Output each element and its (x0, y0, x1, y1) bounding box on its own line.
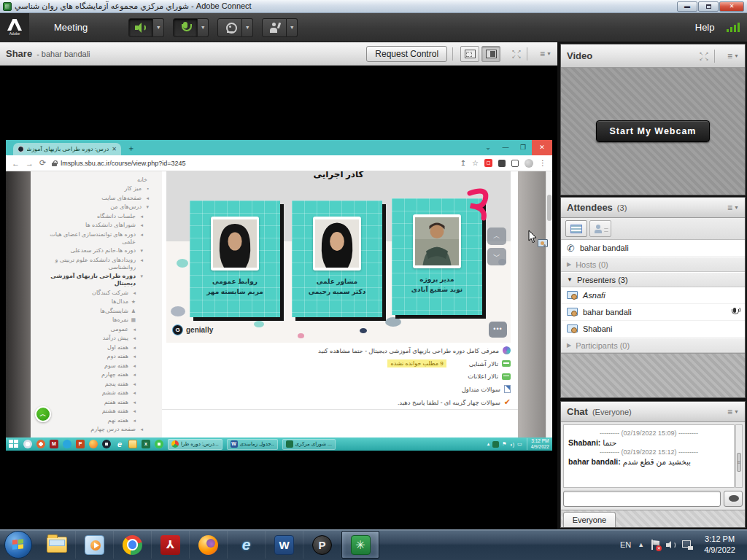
sidebar-item[interactable]: ◂ شوراهای دانشکده ها (35, 222, 155, 229)
meeting-menu[interactable]: Meeting (54, 22, 88, 33)
tab-close-icon[interactable]: ✕ (112, 146, 117, 152)
obs-icon[interactable] (102, 440, 111, 448)
sidebar-item[interactable]: ◂ هفته سوم (35, 362, 155, 370)
sidebar-item[interactable]: ◂ دوره های توانمندسازی اعضای هیات علمی (35, 231, 155, 246)
hidden-icons-arrow[interactable]: ▲ (638, 541, 644, 548)
chat-scrollbar-thumb[interactable]: ≡ (737, 453, 741, 472)
taskbar-firefox-button[interactable] (190, 531, 228, 559)
attendee-row[interactable]: bahar bandali (561, 304, 745, 321)
chat-input[interactable] (563, 491, 721, 507)
attendee-row[interactable]: Shabani (561, 321, 745, 338)
chat-scrollbar[interactable]: ≡ (735, 424, 743, 488)
taskbar-connect-button[interactable]: ✳ (341, 531, 379, 559)
hidden-icons-arrow[interactable]: ▴ (487, 441, 490, 447)
snipping-tool-icon[interactable] (23, 440, 32, 448)
activity-faq-page[interactable]: سوالات متداول (162, 385, 511, 393)
forward-icon[interactable]: → (26, 159, 34, 168)
share-layout-full-button[interactable] (481, 46, 500, 62)
microphone-button[interactable] (173, 18, 198, 37)
profile-avatar-icon[interactable] (525, 159, 533, 168)
opera-icon[interactable] (36, 440, 45, 448)
sidebar-item[interactable]: ◂ هفته چهارم (35, 371, 155, 378)
taskbar-window-connect[interactable]: ... شورای مرکزی (282, 439, 336, 450)
network-icon[interactable] (682, 540, 693, 550)
status-dropdown[interactable]: ▼ (287, 18, 298, 37)
taskbar-window-chrome[interactable]: ...درس: دوره طرا (168, 439, 222, 450)
start-webcam-button[interactable]: Start My Webcam (596, 120, 711, 142)
activity-forum-intro[interactable]: تالار آشنایی 9 مطلب خوانده نشده (162, 359, 511, 368)
url-box[interactable]: lmsplus.sbu.ac.ir/course/view.php?id=324… (52, 160, 454, 167)
new-tab-button[interactable]: ＋ (127, 143, 135, 155)
excel-icon[interactable]: x (142, 440, 150, 448)
sidebar-item[interactable]: ◂ هفته اول (35, 344, 155, 351)
taskbar-media-player-button[interactable] (76, 531, 114, 559)
embed-options-button[interactable]: ••• (489, 322, 507, 338)
microphone-dropdown[interactable]: ▼ (198, 18, 209, 37)
browser-scrollbar[interactable] (546, 171, 552, 438)
share-fullscreen-icon[interactable]: ↖↗↙↘ (511, 49, 522, 59)
taskbar-acrobat-button[interactable]: ⅄ (152, 531, 190, 559)
video-pod-menu-icon[interactable]: ≡▼ (727, 51, 739, 61)
tab-group-icon[interactable] (511, 160, 519, 167)
chat-pod-menu-icon[interactable]: ≡▼ (727, 407, 739, 417)
sidebar-item[interactable]: ◂ هفته ششم (35, 389, 155, 397)
genially-brand[interactable]: G genially (172, 324, 213, 335)
extensions-icon[interactable] (498, 160, 506, 167)
sidebar-item[interactable]: خانه (35, 176, 155, 184)
sidebar-item[interactable]: ▾ دوره طراحی بازیهای آموزشی دیجیتال (35, 273, 155, 287)
status-button[interactable] (262, 18, 287, 37)
shared-clock[interactable]: 3:12 PM 4/9/2022 (527, 438, 549, 450)
attendee-list-view-button[interactable] (565, 220, 587, 237)
telegram-icon[interactable] (63, 440, 71, 448)
sidebar-item[interactable]: ★ مدال‌ها (35, 298, 155, 306)
firefox-icon[interactable] (89, 440, 98, 448)
sidebar-item[interactable]: ◂ هفته نهم (35, 417, 155, 424)
browser-menu-dots-icon[interactable]: ⋮ (539, 159, 546, 167)
hosts-group-header[interactable]: ▶ Hosts (0) (561, 257, 745, 272)
tray-keyboard-icon[interactable]: ▭ (517, 441, 522, 447)
idm-extension-icon[interactable] (484, 159, 492, 167)
taskbar-ie-button[interactable]: e (228, 531, 266, 559)
taskbar-window-word[interactable]: W ..جدول زمانبندی (227, 439, 278, 450)
webcam-dropdown[interactable]: ▼ (242, 18, 253, 37)
share-layout-windowed-button[interactable] (460, 46, 479, 62)
sidebar-item[interactable]: ◂ پیش درآمد (35, 335, 155, 342)
taskbar-explorer-button[interactable] (38, 531, 76, 559)
sidebar-item[interactable]: ◂ صفحه‌های سایت (35, 195, 155, 202)
restore-button[interactable] (698, 1, 719, 12)
powerpoint-icon[interactable]: P (76, 440, 85, 448)
close-button[interactable]: ✕ (719, 1, 744, 12)
sidebar-item[interactable]: ▾ دوره ها-خانم دکتر سعدعلی (35, 247, 155, 254)
activity-forum-announcements[interactable]: تالار اعلانات (162, 373, 511, 380)
browser-tab[interactable]: درس: دوره طراحی بازیهای آموزشی ✕ (13, 143, 121, 155)
sidebar-item[interactable]: ▾ درس‌های من (35, 203, 155, 211)
embed-scroll-down-button[interactable]: ﹀ (487, 248, 506, 265)
attendees-pod-menu-icon[interactable]: ≡▼ (727, 203, 739, 213)
browser-profile-chevron-icon[interactable]: ⌄ (479, 140, 497, 155)
scroll-to-top-button[interactable]: ︿ (35, 406, 51, 422)
sidebar-item[interactable]: ▦ نمره‌ها (35, 316, 155, 324)
taskbar-chrome-button[interactable] (114, 531, 152, 559)
sidebar-item[interactable]: ◂ رویدادهای دانشکده علوم تربیتی و روانشن… (35, 257, 155, 271)
browser-minimize-button[interactable]: — (497, 140, 514, 155)
taskbar-psiphon-button[interactable]: P (303, 531, 341, 559)
sidebar-item[interactable]: ◂ هفته هفتم (35, 399, 155, 406)
participants-group-header[interactable]: ▶ Participants (0) (561, 338, 745, 353)
share-page-icon[interactable]: ↥ (460, 159, 466, 167)
attendee-row[interactable]: Asnafi (561, 287, 745, 304)
file-explorer-icon[interactable] (128, 440, 137, 448)
adobe-app-icon[interactable]: M (50, 440, 58, 448)
speaker-dropdown[interactable]: ▼ (153, 18, 164, 37)
shared-start-button[interactable] (9, 440, 19, 448)
tray-app-icon[interactable] (492, 441, 499, 448)
start-button[interactable] (4, 531, 32, 559)
chat-send-button[interactable] (724, 491, 743, 507)
volume-icon[interactable] (666, 540, 676, 550)
reload-icon[interactable]: ⟳ (39, 158, 46, 168)
sidebar-item[interactable]: ♟ شایستگی‌ها (35, 308, 155, 315)
whatsapp-icon[interactable] (155, 440, 163, 448)
sidebar-item[interactable]: ◂ صفحه درس چهارم (35, 426, 155, 433)
speaker-button[interactable] (128, 18, 153, 37)
sidebar-item[interactable]: ◂ هفته پنجم (35, 381, 155, 388)
bookmark-star-icon[interactable]: ☆ (472, 159, 479, 167)
